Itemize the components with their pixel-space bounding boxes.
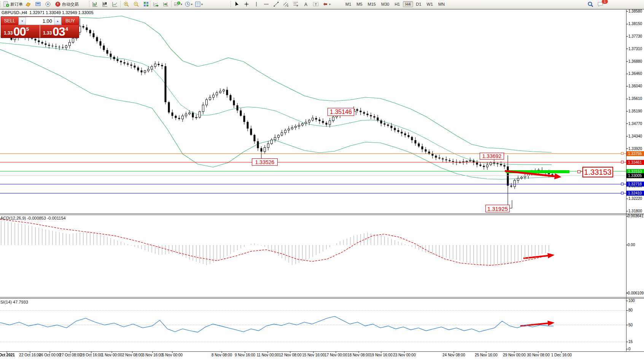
candle-chart-icon[interactable] (101, 1, 110, 8)
bid-price-tile[interactable]: 1.33 00 5 (1, 25, 40, 38)
chart-canvas[interactable] (0, 0, 644, 359)
time-axis-label: 18 Nov 08:00 (347, 353, 370, 357)
time-axis-label: 24 Nov 08:00 (442, 353, 465, 357)
equidistant-channel-icon[interactable]: E (282, 1, 291, 8)
bid-price-sup: 5 (26, 27, 29, 32)
price-callout[interactable]: 1.35146 (328, 108, 354, 116)
price-tick-label: 1.36880 (628, 59, 642, 64)
price-callout[interactable]: 1.31925 (485, 205, 510, 212)
bar-chart-icon[interactable] (91, 1, 100, 8)
trendline-icon[interactable] (272, 1, 281, 8)
new-order-button[interactable]: 新订单 (2, 1, 24, 8)
chevron-down-icon: ▾ (181, 3, 182, 6)
price-tick-label: 1.38150 (628, 22, 642, 26)
price-tick-label: 1.38580 (628, 9, 642, 14)
macd-indicator-label: ACD(12,26,9) -0.000853 -0.001154 (0, 216, 66, 220)
rsi-scale-label: 80 (628, 308, 633, 312)
price-tick-label: 1.36460 (628, 71, 642, 76)
time-axis-label: 1 Dec 16:00 (551, 353, 572, 357)
volume-stepper: ▼ 1.00 ▲ (18, 17, 62, 25)
crosshair-icon[interactable] (243, 1, 252, 8)
symbol-header: GBPUSD-,H4 1.32971 1.33049 1.32949 1.330… (2, 10, 94, 15)
vertical-line-icon[interactable] (253, 1, 262, 8)
timeframe-MN[interactable]: MN (436, 1, 447, 7)
macd-scale-max: 0.003641 (628, 214, 644, 218)
text-label-icon[interactable]: T (312, 1, 321, 8)
fibonacci-icon[interactable]: F (292, 1, 301, 8)
cursor-icon[interactable] (233, 1, 242, 8)
price-tick-label: 1.35610 (628, 96, 642, 101)
volume-up-button[interactable]: ▲ (54, 17, 61, 25)
price-tick-label: 1.34340 (628, 134, 642, 139)
chart-shift-icon[interactable] (162, 1, 171, 8)
market-watch-icon[interactable] (34, 1, 43, 8)
zoom-out-icon[interactable] (132, 1, 142, 8)
timeframe-D1[interactable]: D1 (414, 1, 424, 7)
price-callout[interactable]: 1.33692 (480, 153, 504, 160)
price-callout[interactable]: 1.33526 (252, 158, 278, 166)
price-tick-label: 1.36040 (628, 84, 642, 89)
time-axis-label: Oct 2021 (0, 353, 15, 357)
line-handle[interactable] (577, 170, 580, 173)
macd-scale-zero: 0.00 (628, 243, 635, 247)
chart-profile-icon[interactable] (24, 1, 33, 8)
arrows-icon[interactable]: ▾ (322, 1, 331, 8)
sell-button[interactable]: SELL (1, 17, 18, 25)
svg-text:A: A (304, 2, 307, 7)
zoom-in-icon[interactable] (122, 1, 132, 8)
chart-frame (0, 9, 644, 352)
ask-price-tile[interactable]: 1.33 03 4 (40, 25, 79, 38)
auto-scroll-icon[interactable] (152, 1, 161, 8)
ask-price-small: 1.33 (43, 30, 52, 37)
timeframe-M30[interactable]: M30 (379, 1, 391, 7)
price-line-badge: 1.33005 (627, 173, 644, 178)
line-chart-icon[interactable] (111, 1, 120, 8)
volume-input[interactable]: 1.00 (26, 17, 54, 25)
new-order-button-label: 新订单 (10, 2, 23, 7)
navigator-icon[interactable] (44, 1, 53, 8)
trend-arrow[interactable] (523, 253, 555, 258)
chevron-down-icon: ▾ (329, 3, 331, 6)
price-line-badge: 1.32410 (627, 191, 644, 196)
time-axis-label: 3 Nov 16:00 (142, 353, 163, 357)
macd-signal-line (0, 219, 552, 265)
buy-button[interactable]: BUY (62, 17, 79, 25)
text-icon[interactable]: A (302, 1, 311, 8)
rsi-scale-label: 0 (628, 347, 631, 351)
notifications-icon[interactable]: 1 (596, 1, 606, 8)
horizontal-line-icon[interactable] (262, 1, 272, 8)
price-tick-label: 1.34770 (628, 122, 642, 126)
macd-histogram (1, 221, 549, 266)
add-indicator-icon[interactable]: ▾ (173, 1, 183, 8)
price-callout[interactable]: 1.33153 (582, 167, 613, 177)
templates-icon[interactable]: ▾ (194, 1, 204, 8)
chevron-down-icon: ▾ (201, 3, 203, 6)
timeframe-M15[interactable]: M15 (366, 1, 378, 7)
timeframe-H1[interactable]: H1 (392, 1, 402, 7)
price-tick-label: 1.31800 (628, 209, 642, 214)
macd-scale-min: -0.006109 (627, 291, 644, 295)
auto-trading-button[interactable]: 自动交易 (54, 1, 80, 8)
time-axis-label: 19 Nov 16:00 (370, 353, 393, 357)
search-icon[interactable] (587, 1, 596, 8)
toolbar-separator (171, 1, 172, 7)
time-axis-label: 11 Nov 00:00 (257, 353, 279, 357)
timeframe-W1[interactable]: W1 (425, 1, 436, 7)
timeframe-H4[interactable]: H4 (403, 1, 413, 7)
timeframe-M5[interactable]: M5 (354, 1, 364, 7)
time-axis-label: 17 Nov 00:00 (324, 353, 347, 357)
timeframe-M1[interactable]: M1 (343, 1, 353, 7)
toolbar-separator (231, 1, 231, 7)
auto-trading-button-label: 自动交易 (62, 2, 79, 7)
svg-text:T: T (315, 3, 317, 6)
volume-down-button[interactable]: ▼ (19, 17, 26, 25)
periods-icon[interactable]: ▾ (184, 1, 193, 8)
price-line-badge: 1.32718 (627, 182, 644, 187)
time-axis-label: 22 Oct 16:00 (19, 353, 41, 357)
time-axis-label: 28 Oct 16:00 (80, 353, 102, 357)
price-tick-label: 1.37310 (628, 47, 642, 51)
toolbar-separator (150, 1, 150, 7)
time-axis-label: 27 Oct 08:00 (59, 353, 81, 357)
bollinger-bands (0, 16, 552, 179)
toolbar-separator (89, 1, 89, 7)
